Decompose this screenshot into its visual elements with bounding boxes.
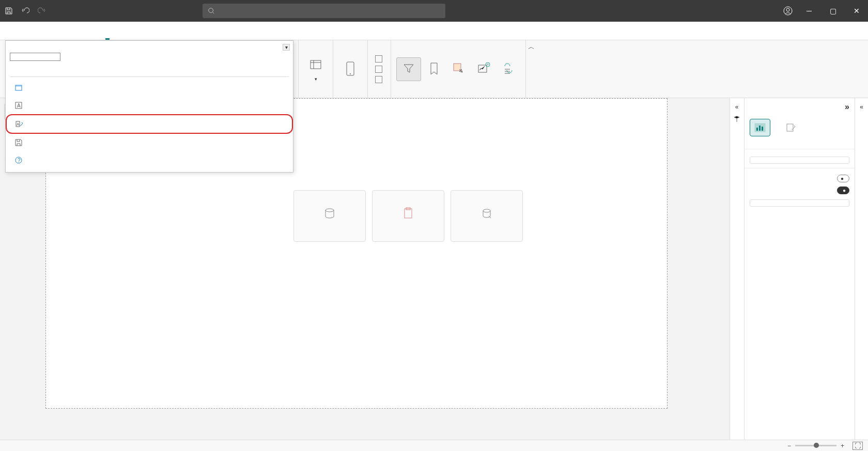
svg-point-5 [350,73,351,74]
gridlines-checkbox[interactable] [375,55,385,63]
selection-pane-button[interactable] [447,58,471,81]
expand-data-icon[interactable]: « [860,103,863,111]
themes-dropdown: ▾ A A ? [5,40,293,173]
zoom-slider[interactable] [795,445,836,446]
ribbon-collapse-button[interactable]: ︿ [525,40,537,98]
menu-optimize[interactable] [129,33,133,40]
snap-checkbox[interactable] [375,65,385,73]
fit-page-icon[interactable]: ⛶ [853,442,863,450]
undo-icon[interactable] [21,6,30,15]
svg-point-27 [483,209,490,212]
minimize-button[interactable]: ─ [802,4,816,18]
svg-rect-29 [756,128,758,131]
svg-rect-31 [762,127,763,131]
build-visual-mode[interactable] [750,119,770,136]
theme-section-header [6,62,293,66]
theme-gallery-action[interactable]: A [6,97,293,114]
cross-report-toggle[interactable]: ● [837,175,849,182]
data-pane-collapsed[interactable]: « [855,98,868,440]
svg-rect-3 [311,60,321,69]
close-button[interactable]: ✕ [849,4,864,18]
drill-dropzone[interactable] [750,199,849,207]
card-sql-server[interactable] [293,190,366,242]
svg-text:?: ? [18,158,21,163]
save-theme-action[interactable] [6,134,293,151]
svg-point-24 [326,209,334,212]
menu-home[interactable] [34,33,38,40]
svg-rect-10 [16,85,22,87]
bookmarks-pane-button[interactable] [422,58,446,81]
status-bar: − + ⛶ [0,440,868,451]
collapse-viz-icon[interactable]: » [845,102,849,112]
svg-rect-30 [759,126,761,131]
zoom-out[interactable]: − [787,442,791,449]
search-box[interactable] [203,4,445,18]
howto-theme-action[interactable]: ? [6,151,293,169]
save-icon[interactable] [4,6,13,15]
filters-pane-button[interactable] [396,57,421,81]
maximize-button[interactable]: ▢ [826,4,840,18]
svg-point-0 [209,8,213,13]
theme-mini-swatch[interactable] [10,53,60,61]
values-dropzone[interactable] [750,157,849,164]
expand-filters-icon[interactable]: « [735,103,739,111]
svg-rect-25 [405,209,412,218]
title-bar: ─ ▢ ✕ [0,0,868,22]
svg-text:A: A [17,103,21,108]
menu-modeling[interactable] [82,33,86,40]
sync-slicers-button[interactable] [497,58,520,81]
format-visual-mode[interactable] [781,119,801,136]
svg-text:A: A [17,122,20,127]
filters-pane-collapsed[interactable]: « [730,98,744,440]
mobile-layout-button[interactable] [338,58,362,81]
svg-rect-32 [787,124,793,131]
menu-view[interactable] [105,31,110,40]
page-view-button[interactable]: ▾ [304,55,328,84]
browse-themes-action[interactable] [6,79,293,97]
menu-bar [0,22,868,40]
svg-point-1 [784,7,792,15]
svg-point-2 [786,8,789,11]
card-sample-dataset[interactable] [451,190,523,242]
keep-filters-toggle[interactable]: ● [837,186,849,194]
visualizations-pane: » ● ● [744,98,855,440]
menu-help[interactable] [153,33,157,40]
signin-button[interactable] [780,6,793,15]
card-paste-data[interactable] [372,190,444,242]
gallery-scroll-down[interactable]: ▾ [283,44,290,51]
lock-checkbox[interactable] [375,75,385,84]
customize-theme-action[interactable]: A [6,114,293,134]
menu-insert[interactable] [58,33,62,40]
redo-icon[interactable] [37,6,47,15]
performance-analyzer-button[interactable] [472,58,495,81]
menu-file[interactable] [10,33,14,40]
zoom-in[interactable]: + [841,442,844,449]
